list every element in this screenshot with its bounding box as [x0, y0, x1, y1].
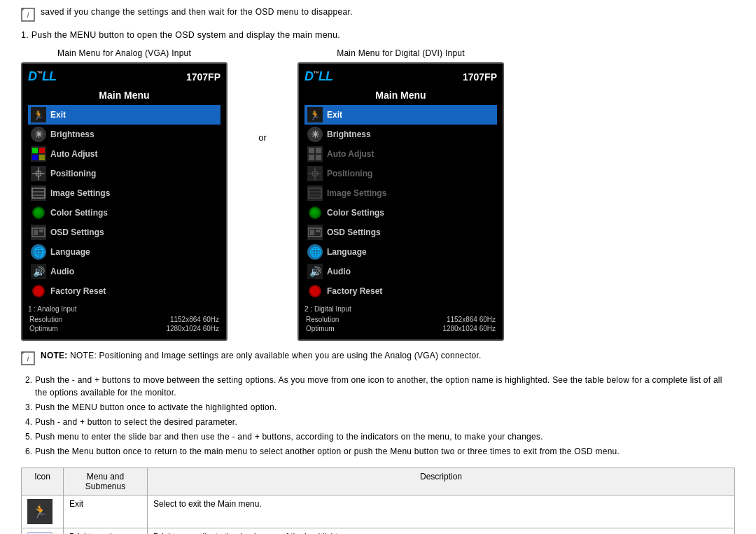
right-autoadjust-icon	[307, 146, 323, 162]
step-6: Push the Menu button once to return to t…	[35, 445, 735, 458]
left-image-label: Image Settings	[50, 188, 110, 198]
left-monitor-block: Main Menu for Analog (VGA) Input D™LL 17…	[21, 48, 227, 341]
left-monitor-header: D™LL 1707FP	[28, 69, 220, 84]
left-menu-image[interactable]: Image Settings	[28, 183, 220, 203]
left-autoadjust-icon	[31, 146, 46, 162]
or-text: or	[258, 132, 267, 143]
right-menu-osd[interactable]: OSD Settings	[304, 223, 497, 242]
step-3: Push the MENU button once to activate th…	[35, 401, 735, 414]
right-color-label: Color Settings	[327, 208, 384, 218]
right-menu-reset[interactable]: Factory Reset	[304, 281, 497, 301]
table-icon-exit: 🏃	[22, 496, 64, 528]
right-optimum-label: Optimum	[306, 325, 378, 332]
right-osd-label: OSD Settings	[327, 227, 381, 237]
right-brightness-label: Brightness	[327, 129, 371, 139]
svg-rect-22	[316, 148, 321, 153]
left-language-icon: 🌐	[31, 244, 46, 260]
exit-table-icon: 🏃	[27, 499, 52, 524]
table-header-menu: Menu andSubmenus	[64, 468, 148, 496]
step-2: Push the - and + buttons to move between…	[35, 374, 735, 399]
right-positioning-label: Positioning	[327, 169, 372, 178]
step1-text: 1. Push the MENU button to open the OSD …	[21, 30, 735, 40]
left-menu-brightness[interactable]: ☀ Brightness	[28, 125, 220, 144]
right-menu-brightness[interactable]: ☀ Brightness	[304, 125, 497, 144]
left-audio-icon: 🔊	[31, 264, 46, 279]
left-color-icon	[31, 205, 46, 220]
right-monitor-block: Main Menu for Digital (DVI) Input D™LL 1…	[298, 48, 504, 341]
right-menu-language[interactable]: 🌐 Language	[304, 242, 497, 262]
left-menu-osd[interactable]: OSD Settings	[28, 223, 220, 242]
left-positioning-label: Positioning	[50, 169, 96, 178]
table-header-desc: Description	[148, 468, 735, 496]
left-resolution-table: Resolution 1152x864 60Hz Optimum 1280x10…	[28, 314, 220, 334]
right-audio-icon: 🔊	[307, 264, 323, 279]
left-optimum-value: 1280x1024 60Hz	[103, 325, 219, 332]
svg-rect-21	[309, 148, 314, 153]
right-dell-logo: D™LL	[304, 69, 332, 84]
left-resolution-label: Resolution	[29, 316, 102, 323]
table-menu-exit: Exit	[64, 496, 148, 528]
step-4: Push - and + button to select the desire…	[35, 416, 735, 428]
info-table: Icon Menu andSubmenus Description 🏃 Exit…	[21, 468, 735, 534]
left-osd-icon	[31, 225, 46, 240]
left-menu-reset[interactable]: Factory Reset	[28, 281, 220, 301]
table-menu-brightness: Brightness/Contrast	[64, 528, 148, 535]
left-input-type: 1 : Analog Input	[28, 305, 220, 313]
left-brightness-label: Brightness	[50, 129, 94, 139]
right-monitor-label: Main Menu for Digital (DVI) Input	[337, 48, 465, 58]
right-brightness-icon: ☀	[307, 127, 323, 142]
monitors-row: Main Menu for Analog (VGA) Input D™LL 17…	[21, 48, 735, 341]
table-row-exit: 🏃 Exit Select to exit the Main menu.	[22, 496, 735, 528]
left-menu-title: Main Menu	[28, 88, 220, 102]
table-desc-exit: Select to exit the Main menu.	[148, 496, 735, 528]
left-reset-icon	[31, 283, 46, 299]
left-menu-exit[interactable]: 🏃 Exit	[28, 105, 220, 125]
step-5: Push menu to enter the slide bar and the…	[35, 430, 735, 443]
right-exit-icon: 🏃	[307, 107, 323, 122]
right-color-icon	[307, 205, 323, 220]
svg-rect-35	[310, 230, 314, 235]
right-image-icon	[307, 185, 323, 201]
left-menu-autoadjust[interactable]: Auto Adjust	[28, 144, 220, 164]
left-optimum-label: Optimum	[29, 325, 102, 332]
right-image-label: Image Settings	[327, 188, 386, 198]
right-menu-autoadjust[interactable]: Auto Adjust	[304, 144, 497, 164]
left-monitor-frame: D™LL 1707FP Main Menu 🏃 Exit ☀ Brightnes…	[21, 62, 227, 341]
table-row-brightness: Brightness/Contrast Brightness adjusts t…	[22, 528, 735, 535]
right-menu-audio[interactable]: 🔊 Audio	[304, 262, 497, 281]
left-monitor-label: Main Menu for Analog (VGA) Input	[57, 48, 191, 58]
svg-rect-33	[307, 225, 323, 240]
right-exit-label: Exit	[327, 110, 342, 120]
note2-text: NOTE: NOTE: Positioning and Image settin…	[41, 351, 482, 360]
left-dell-logo: D™LL	[28, 69, 56, 84]
top-note-text: saved if you change the settings and the…	[41, 7, 353, 17]
right-menu-positioning[interactable]: Positioning	[304, 164, 497, 183]
svg-rect-36	[316, 230, 320, 232]
right-menu-exit[interactable]: 🏃 Exit	[304, 105, 497, 125]
right-monitor-footer: 2 : Digital Input Resolution 1152x864 60…	[304, 305, 497, 334]
right-optimum-value: 1280x1024 60Hz	[379, 325, 496, 332]
table-icon-brightness	[22, 528, 64, 535]
note2-icon: i	[21, 351, 35, 365]
top-note: i saved if you change the settings and t…	[21, 7, 735, 22]
right-menu-image[interactable]: Image Settings	[304, 183, 497, 203]
right-reset-icon	[307, 283, 323, 299]
left-menu-language[interactable]: 🌐 Language	[28, 242, 220, 262]
left-language-label: Language	[50, 247, 90, 257]
right-reset-label: Factory Reset	[327, 286, 382, 296]
table-desc-brightness: Brightness adjusts the luminance of the …	[148, 528, 735, 535]
right-audio-label: Audio	[327, 267, 351, 276]
svg-text:i: i	[27, 10, 29, 19]
left-positioning-icon	[31, 166, 46, 181]
svg-rect-16	[31, 225, 46, 240]
left-menu-audio[interactable]: 🔊 Audio	[28, 262, 220, 281]
svg-rect-29	[307, 185, 323, 201]
svg-rect-18	[34, 230, 38, 235]
right-monitor-frame: D™LL 1707FP Main Menu 🏃 Exit ☀ Brightnes…	[298, 62, 504, 341]
or-divider: or	[227, 48, 298, 143]
svg-rect-6	[32, 155, 38, 160]
left-menu-positioning[interactable]: Positioning	[28, 164, 220, 183]
right-menu-color[interactable]: Color Settings	[304, 203, 497, 223]
left-menu-color[interactable]: Color Settings	[28, 203, 220, 223]
left-exit-label: Exit	[50, 110, 66, 120]
